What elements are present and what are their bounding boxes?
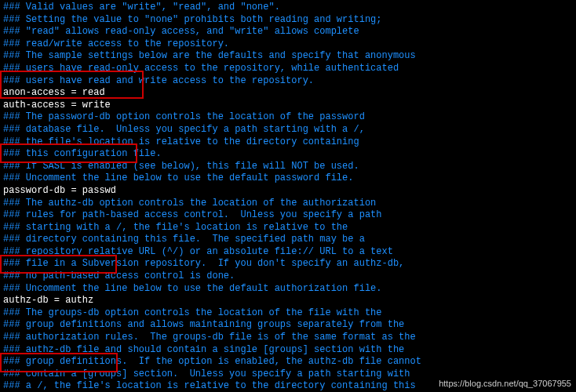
config-line: ### users have read and write access to …: [3, 75, 573, 88]
config-line: ### repository relative URL (^/) or an a…: [3, 246, 573, 259]
watermark-text: https://blog.csdn.net/qq_37067955: [439, 378, 571, 389]
config-line: ### Uncomment the line below to use the …: [3, 283, 573, 296]
config-line: ### users have read-only access to the r…: [3, 63, 573, 75]
config-line: ### read/write access to the repository.: [3, 38, 573, 51]
config-line: ### this configuration file.: [3, 148, 573, 161]
config-line: ### The groups-db option controls the lo…: [3, 307, 573, 320]
config-line: ### authz-db file and should contain a s…: [3, 344, 573, 357]
terminal-viewport[interactable]: ### Valid values are "write", "read", an…: [0, 0, 576, 392]
config-line: ### The authz-db option controls the loc…: [3, 198, 573, 210]
config-line: ### group definitions. If the option is …: [3, 356, 573, 368]
config-line: ### starting with a /, the file's locati…: [3, 222, 573, 234]
config-line: ### file in a Subversion repository. If …: [3, 258, 573, 270]
config-line: ### group definitions and allows maintai…: [3, 319, 573, 332]
config-line: ### Uncomment the line below to use the …: [3, 172, 573, 185]
config-line: ### directory containing this file. The …: [3, 234, 573, 246]
config-line: ### Valid values are "write", "read", an…: [3, 2, 573, 14]
config-line: anon-access = read: [3, 87, 573, 100]
config-line: password-db = passwd: [3, 185, 573, 198]
config-line: authz-db = authz: [3, 295, 573, 307]
config-line: ### The password-db option controls the …: [3, 111, 573, 124]
config-line: auth-access = write: [3, 100, 573, 112]
config-line: ### The sample settings below are the de…: [3, 50, 573, 63]
config-line: ### the file's location is relative to t…: [3, 136, 573, 149]
config-line: ### no path-based access control is done…: [3, 270, 573, 283]
config-line: ### "read" allows read-only access, and …: [3, 26, 573, 38]
config-line: ### Setting the value to "none" prohibit…: [3, 14, 573, 27]
config-line: ### rules for path-based access control.…: [3, 209, 573, 222]
config-line: ### authorization rules. The groups-db f…: [3, 332, 573, 344]
config-line: ### database file. Unless you specify a …: [3, 124, 573, 136]
config-line: ### If SASL is enabled (see below), this…: [3, 161, 573, 173]
